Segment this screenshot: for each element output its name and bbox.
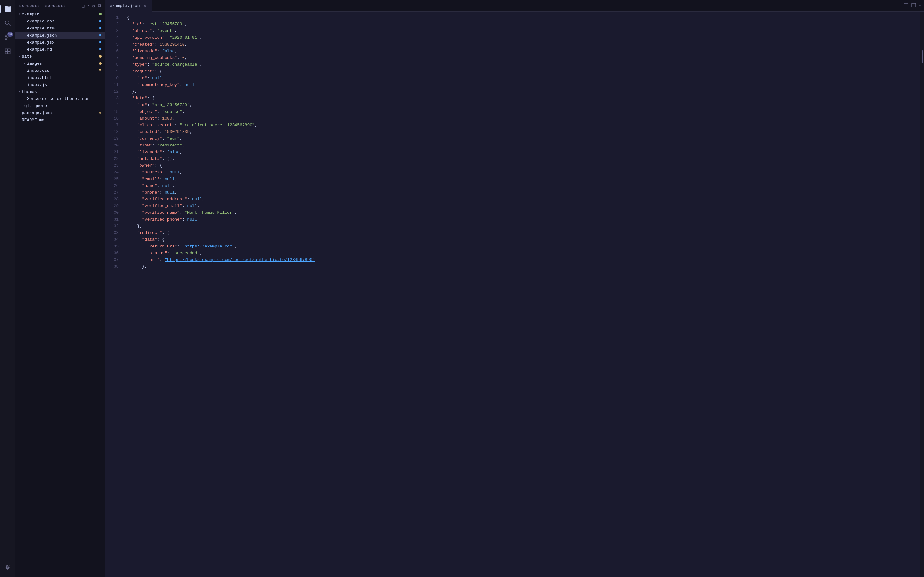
code-line: "verified_name": "Mark Thomas Miller", bbox=[127, 210, 919, 216]
collapse-all-icon[interactable]: ⧉ bbox=[97, 3, 102, 9]
sidebar-item-themes-folder[interactable]: themes bbox=[15, 88, 105, 95]
sidebar-title: EXPLORER: SORCERER bbox=[19, 4, 66, 8]
file-label: package.json bbox=[22, 111, 97, 115]
sidebar-item-example-html[interactable]: example.html U bbox=[15, 25, 105, 32]
files-icon[interactable] bbox=[1, 3, 14, 15]
code-line: "currency": "eur", bbox=[127, 135, 919, 142]
sidebar-item-sorcerer-theme[interactable]: Sorcerer-color-theme.json bbox=[15, 95, 105, 102]
more-actions-icon[interactable]: ⋯ bbox=[919, 3, 921, 9]
file-label: Sorcerer-color-theme.json bbox=[27, 97, 102, 101]
tab-bar: example.json ✕ ⋯ bbox=[105, 0, 924, 11]
code-line: "created": 1530291410, bbox=[127, 41, 919, 48]
file-label: example.md bbox=[27, 47, 97, 52]
toggle-sidebar-icon[interactable] bbox=[911, 3, 916, 9]
line-numbers: 1234567891011121314151617181920212223242… bbox=[105, 11, 122, 577]
sidebar-item-example-css[interactable]: example.css U bbox=[15, 18, 105, 25]
git-badge: U bbox=[97, 19, 102, 23]
code-line: "type": "source.chargeable", bbox=[127, 61, 919, 68]
sidebar-header-actions: ▢ ▪ ↻ ⧉ bbox=[82, 3, 101, 9]
git-badge: M bbox=[97, 69, 102, 73]
file-label: index.html bbox=[27, 75, 102, 80]
file-label: index.css bbox=[27, 68, 97, 73]
code-line: "api_version": "2020-01-01", bbox=[127, 34, 919, 41]
refresh-icon[interactable]: ↻ bbox=[92, 3, 95, 9]
code-line: "amount": 1000, bbox=[127, 115, 919, 122]
file-label: .gitignore bbox=[22, 103, 102, 108]
code-line: "created": 1530291339, bbox=[127, 129, 919, 135]
sidebar-item-example-jsx[interactable]: example.jsx U bbox=[15, 39, 105, 46]
activity-bar: 13 bbox=[0, 0, 15, 577]
file-label: example.jsx bbox=[27, 40, 97, 45]
minimap-scrollbar bbox=[919, 11, 924, 577]
code-line: "idempotency_key": null bbox=[127, 81, 919, 88]
code-line: "id": "src_123456789", bbox=[127, 102, 919, 108]
sidebar-item-index-js[interactable]: index.js bbox=[15, 81, 105, 88]
sidebar-item-readme[interactable]: README.md bbox=[15, 116, 105, 123]
source-control-icon[interactable]: 13 bbox=[1, 31, 14, 44]
code-line: "data": { bbox=[127, 95, 919, 102]
svg-rect-6 bbox=[5, 49, 7, 51]
code-line: "verified_address": null, bbox=[127, 196, 919, 203]
code-line: "email": null, bbox=[127, 176, 919, 182]
tab-bar-actions: ⋯ bbox=[903, 3, 924, 9]
code-line: "owner": { bbox=[127, 162, 919, 169]
file-label: README.md bbox=[22, 118, 102, 122]
sidebar-item-package-json[interactable]: package.json M bbox=[15, 109, 105, 116]
new-file-icon[interactable]: ▢ bbox=[82, 3, 86, 9]
file-label: example.css bbox=[27, 19, 97, 24]
sidebar-item-index-html[interactable]: index.html bbox=[15, 74, 105, 81]
code-line: "return_url": "https://example.com", bbox=[127, 243, 919, 250]
svg-rect-8 bbox=[5, 52, 7, 54]
git-badge: U bbox=[97, 33, 102, 37]
folder-label: images bbox=[27, 61, 99, 66]
code-line: "livemode": false, bbox=[127, 149, 919, 155]
file-tree: example example.css U example.html U exa… bbox=[15, 11, 105, 577]
folder-label: site bbox=[22, 54, 99, 59]
settings-icon[interactable] bbox=[1, 562, 14, 574]
git-badge: U bbox=[97, 40, 102, 44]
scroll-thumb bbox=[922, 50, 923, 63]
svg-rect-7 bbox=[8, 49, 10, 51]
code-line: "flow": "redirect", bbox=[127, 142, 919, 149]
code-line: "object": "event", bbox=[127, 27, 919, 34]
sidebar-item-example-json[interactable]: example.json U bbox=[15, 32, 105, 39]
code-line: "name": null, bbox=[127, 182, 919, 189]
search-icon[interactable] bbox=[1, 17, 14, 29]
tab-example-json[interactable]: example.json ✕ bbox=[105, 0, 152, 11]
expand-arrow bbox=[17, 11, 22, 17]
extensions-icon[interactable] bbox=[1, 45, 14, 58]
code-line: }, bbox=[127, 263, 919, 270]
sidebar-item-images-folder[interactable]: images bbox=[15, 60, 105, 67]
tab-close-button[interactable]: ✕ bbox=[142, 3, 148, 8]
sidebar-item-site-folder[interactable]: site bbox=[15, 53, 105, 60]
svg-rect-13 bbox=[912, 3, 916, 7]
code-line: "object": "source", bbox=[127, 108, 919, 115]
status-dot bbox=[99, 55, 102, 58]
sidebar-item-index-css[interactable]: index.css M bbox=[15, 67, 105, 74]
sidebar-item-gitignore[interactable]: .gitignore bbox=[15, 102, 105, 109]
code-area[interactable]: { "id": "evt_123456789", "object": "even… bbox=[122, 11, 919, 577]
code-line: { bbox=[127, 14, 919, 21]
code-line: "verified_phone": null bbox=[127, 216, 919, 223]
file-label: example.json bbox=[27, 33, 97, 38]
code-line: "id": null, bbox=[127, 75, 919, 81]
svg-rect-9 bbox=[8, 52, 10, 54]
main-editor-area: example.json ✕ ⋯ 12345678910111213141516… bbox=[105, 0, 924, 577]
sidebar: EXPLORER: SORCERER ▢ ▪ ↻ ⧉ example examp… bbox=[15, 0, 105, 577]
source-control-badge: 13 bbox=[7, 32, 13, 37]
code-editor[interactable]: 1234567891011121314151617181920212223242… bbox=[105, 11, 924, 577]
code-line: "pending_webhooks": 0, bbox=[127, 55, 919, 61]
svg-line-2 bbox=[8, 24, 10, 26]
sidebar-item-example-folder[interactable]: example bbox=[15, 11, 105, 18]
git-badge: M bbox=[97, 111, 102, 115]
split-editor-icon[interactable] bbox=[903, 3, 909, 9]
folder-label: example bbox=[22, 12, 99, 17]
sidebar-item-example-md[interactable]: example.md U bbox=[15, 46, 105, 53]
code-line: "client_secret": "src_client_secret_1234… bbox=[127, 122, 919, 129]
svg-point-3 bbox=[5, 35, 7, 37]
expand-arrow bbox=[17, 54, 22, 59]
expand-arrow bbox=[17, 89, 22, 94]
code-line: "metadata": {}, bbox=[127, 155, 919, 162]
sidebar-header: EXPLORER: SORCERER ▢ ▪ ↻ ⧉ bbox=[15, 0, 105, 11]
new-folder-icon[interactable]: ▪ bbox=[87, 3, 90, 9]
